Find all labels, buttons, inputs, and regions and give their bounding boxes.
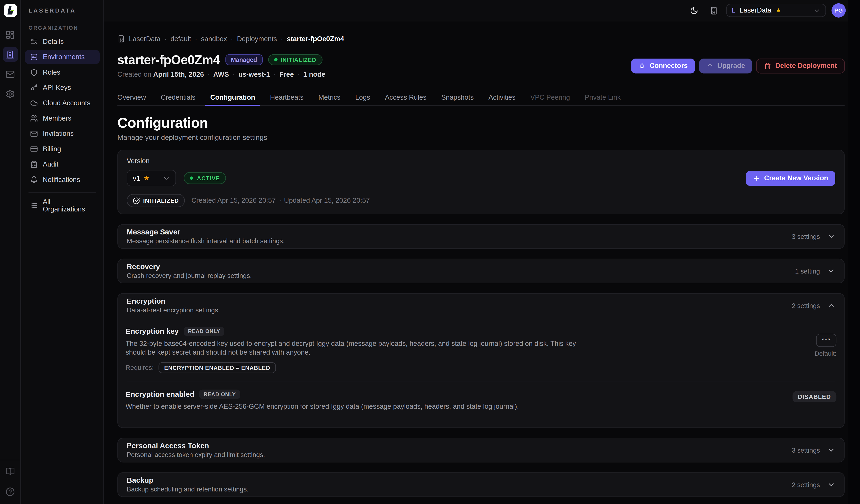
tab-metrics[interactable]: Metrics <box>318 90 341 105</box>
nav-label: API Keys <box>43 84 71 91</box>
delete-deployment-button[interactable]: Delete Deployment <box>757 58 845 73</box>
nav-label: Billing <box>43 145 61 153</box>
chevron-down-icon[interactable] <box>827 232 835 240</box>
shield-icon <box>30 69 38 76</box>
nav-label: Notifications <box>43 176 80 184</box>
users-icon <box>30 115 38 122</box>
star-icon: ★ <box>776 7 781 13</box>
section-header[interactable]: Message Saver Message persistence flush … <box>118 225 844 248</box>
sidebar-item-cloud-accounts[interactable]: Cloud Accounts <box>25 96 100 110</box>
rail-footer <box>0 460 20 504</box>
organization-building-icon[interactable] <box>706 3 721 17</box>
disabled-value-badge: DISABLED <box>792 391 836 402</box>
section-header[interactable]: Recovery Crash recovery and journal repl… <box>118 259 844 283</box>
upgrade-button[interactable]: Upgrade <box>699 58 752 73</box>
tab-credentials[interactable]: Credentials <box>161 90 196 105</box>
active-dot <box>190 176 193 180</box>
trash-icon <box>764 62 771 69</box>
laserdata-logo-icon <box>3 4 17 17</box>
deployment-tabs: Overview Credentials Configuration Heart… <box>117 90 845 106</box>
breadcrumb-link[interactable]: Deployments <box>237 35 277 43</box>
settings-count: 2 settings <box>792 481 820 489</box>
tab-snapshots[interactable]: Snapshots <box>441 90 474 105</box>
connectors-button[interactable]: Connectors <box>631 58 695 73</box>
help-circle-icon[interactable] <box>5 487 15 496</box>
setting-label: Encryption enabled <box>126 390 195 398</box>
plus-icon <box>753 175 760 181</box>
sidebar-item-notifications[interactable]: Notifications <box>25 173 100 187</box>
managed-badge: Managed <box>226 54 263 65</box>
sidebar-item-members[interactable]: Members <box>25 111 100 125</box>
section-card-backup: Backup Backup scheduling and retention s… <box>117 472 845 497</box>
breadcrumb: LaserData · default · sandbox · Deployme… <box>117 34 845 43</box>
setting-description: The 32-byte base64-encoded key used to e… <box>126 339 586 357</box>
chevron-down-icon[interactable] <box>827 446 835 454</box>
bell-icon <box>30 176 38 184</box>
settings-gear-icon[interactable] <box>2 86 18 101</box>
dashboard-icon[interactable] <box>2 27 18 42</box>
setting-label: Encryption key <box>126 327 179 335</box>
key-icon <box>30 84 38 91</box>
theme-toggle-moon-icon[interactable] <box>687 3 701 17</box>
chevron-down-icon[interactable] <box>827 480 835 489</box>
brand-wordmark: LASERDATA <box>22 0 103 21</box>
tab-configuration[interactable]: Configuration <box>210 90 255 105</box>
sidebar-item-api-keys[interactable]: API Keys <box>25 81 100 95</box>
settings-count: 1 setting <box>795 267 820 275</box>
sidebar-item-billing[interactable]: Billing <box>25 142 100 156</box>
deployment-meta: Created on April 15th, 2026 · AWS · us-w… <box>117 70 631 79</box>
version-label: Version <box>127 157 835 165</box>
section-header[interactable]: Encryption Data-at-rest encryption setti… <box>118 294 844 317</box>
check-circle-icon <box>133 197 140 204</box>
sidebar-item-details[interactable]: Details <box>25 34 100 49</box>
create-new-version-button[interactable]: Create New Version <box>746 171 835 186</box>
credit-card-icon <box>30 145 38 153</box>
nav-label: Invitations <box>43 130 74 138</box>
version-card: Version v1 ★ ACTIVE Create New Version <box>117 150 845 214</box>
chevron-down-icon <box>163 175 170 181</box>
plug-icon <box>639 62 646 69</box>
setting-description: Whether to enable server-side AES-256-GC… <box>126 402 586 411</box>
main-content: LaserData · default · sandbox · Deployme… <box>104 21 848 504</box>
section-header[interactable]: Personal Access Token Personal access to… <box>118 439 844 462</box>
chevron-down-icon[interactable] <box>827 267 835 275</box>
section-card-recovery: Recovery Crash recovery and journal repl… <box>117 259 845 283</box>
tab-logs[interactable]: Logs <box>355 90 370 105</box>
settings-divider <box>127 381 835 382</box>
cloud-icon <box>30 99 38 107</box>
sidebar-item-all-organizations[interactable]: All Organizations <box>25 198 100 212</box>
sidebar-item-environments[interactable]: Environments <box>25 50 100 64</box>
breadcrumb-link[interactable]: sandbox <box>201 35 227 43</box>
arrow-up-icon <box>706 62 713 69</box>
tab-heartbeats[interactable]: Heartbeats <box>270 90 303 105</box>
user-avatar[interactable]: PG <box>832 3 846 17</box>
environments-rail-icon[interactable] <box>2 47 18 62</box>
chevron-down-icon <box>813 7 820 14</box>
page-title: Configuration <box>117 115 845 131</box>
nav-label: Details <box>43 38 64 46</box>
brand-logo[interactable] <box>0 0 20 21</box>
tab-activities[interactable]: Activities <box>489 90 516 105</box>
docs-book-icon[interactable] <box>5 467 15 476</box>
org-building-icon <box>117 35 125 43</box>
tab-private-link: Private Link <box>585 90 620 105</box>
sidebar-item-invitations[interactable]: Invitations <box>25 127 100 141</box>
encryption-key-masked-value[interactable]: *** <box>816 334 836 347</box>
version-select[interactable]: v1 ★ <box>127 170 176 187</box>
org-monogram: L <box>732 7 735 14</box>
scrollbar-gutter[interactable] <box>848 0 860 504</box>
mail-rail-icon[interactable] <box>2 66 18 81</box>
tab-overview[interactable]: Overview <box>117 90 146 105</box>
tab-access-rules[interactable]: Access Rules <box>385 90 427 105</box>
nav-label: Environments <box>43 53 85 61</box>
org-selector[interactable]: L LaserData ★ <box>726 4 826 17</box>
chevron-up-icon[interactable] <box>827 301 835 310</box>
breadcrumb-link[interactable]: default <box>170 35 191 43</box>
nav-section-label: ORGANIZATION <box>28 25 100 31</box>
clipboard-icon <box>30 161 38 168</box>
section-header[interactable]: Backup Backup scheduling and retention s… <box>118 473 844 496</box>
sidebar-item-roles[interactable]: Roles <box>25 65 100 79</box>
sidebar-item-audit[interactable]: Audit <box>25 157 100 172</box>
settings-count: 3 settings <box>792 233 820 240</box>
breadcrumb-link[interactable]: LaserData <box>129 35 160 43</box>
